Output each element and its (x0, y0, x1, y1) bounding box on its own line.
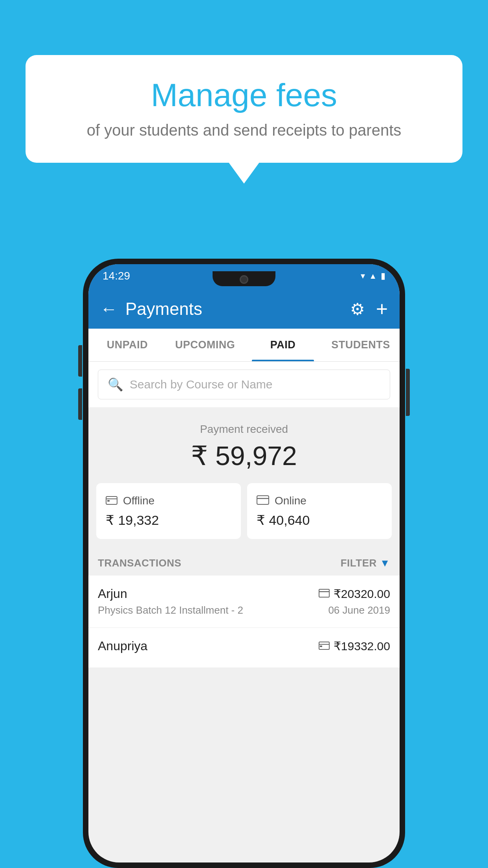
filter-label: FILTER (341, 557, 377, 569)
payment-received-label: Payment received (96, 423, 392, 436)
online-icon (257, 494, 269, 508)
online-card-header: Online (257, 494, 382, 508)
transaction-date-1: 06 June 2019 (328, 604, 390, 616)
offline-icon (106, 494, 117, 508)
wifi-icon: ▾ (361, 271, 365, 281)
transaction-name-1: Arjun (98, 587, 127, 601)
phone-power-button (406, 369, 410, 416)
speech-bubble-container: Manage fees of your students and send re… (26, 55, 462, 184)
signal-icon: ▲ (369, 272, 377, 281)
online-card: Online ₹ 40,640 (247, 483, 392, 539)
transaction-cash-icon-2 (319, 640, 330, 653)
phone-volume-down-button (78, 388, 82, 420)
search-box[interactable]: 🔍 Search by Course or Name (98, 370, 390, 399)
header-right: ⚙ + (350, 297, 388, 321)
transactions-label: TRANSACTIONS (98, 557, 182, 569)
offline-card: Offline ₹ 19,332 (96, 483, 241, 539)
status-time: 14:29 (103, 270, 130, 282)
online-amount: ₹ 40,640 (257, 512, 382, 528)
speech-bubble-subtitle: of your students and send receipts to pa… (49, 121, 439, 139)
back-button[interactable]: ← (100, 299, 117, 319)
transactions-header: TRANSACTIONS FILTER ▼ (88, 551, 400, 576)
transaction-top-1: Arjun ₹20320.00 (98, 587, 390, 601)
transaction-course-1: Physics Batch 12 Installment - 2 (98, 604, 243, 616)
speech-bubble-arrow (228, 162, 260, 184)
svg-rect-2 (257, 496, 269, 504)
tab-students[interactable]: STUDENTS (322, 329, 400, 361)
transaction-amount-1: ₹20320.00 (334, 587, 390, 601)
transaction-card-icon-1 (319, 588, 330, 600)
online-label: Online (275, 495, 306, 507)
speech-bubble: Manage fees of your students and send re… (26, 55, 462, 163)
phone-camera (240, 275, 248, 284)
phone-container: 14:29 ▾ ▲ ▮ ← Payments (83, 259, 405, 868)
header-title: Payments (125, 299, 202, 319)
offline-amount: ₹ 19,332 (106, 512, 231, 528)
tab-unpaid[interactable]: UNPAID (88, 329, 166, 361)
offline-label: Offline (123, 495, 154, 507)
cards-row: Offline ₹ 19,332 Online ₹ 40,640 (88, 483, 400, 551)
transaction-name-2: Anupriya (98, 639, 147, 653)
transaction-amount-row-1: ₹20320.00 (319, 587, 390, 601)
svg-rect-1 (107, 500, 110, 502)
svg-rect-3 (319, 589, 329, 597)
filter-button[interactable]: FILTER ▼ (341, 557, 390, 569)
tabs-container: UNPAID UPCOMING PAID STUDENTS (88, 329, 400, 362)
transaction-top-2: Anupriya ₹19332.00 (98, 639, 390, 653)
phone-notch (213, 271, 275, 286)
tab-paid[interactable]: PAID (244, 329, 322, 361)
transaction-amount-2: ₹19332.00 (334, 639, 390, 653)
add-icon[interactable]: + (376, 297, 388, 321)
search-input[interactable]: Search by Course or Name (130, 378, 273, 391)
transaction-amount-row-2: ₹19332.00 (319, 639, 390, 653)
tab-upcoming[interactable]: UPCOMING (166, 329, 244, 361)
transaction-row-2[interactable]: Anupriya ₹19332.00 (88, 628, 400, 668)
phone-screen: 14:29 ▾ ▲ ▮ ← Payments (88, 264, 400, 862)
speech-bubble-title: Manage fees (49, 77, 439, 114)
status-icons: ▾ ▲ ▮ (361, 271, 385, 281)
app-header: ← Payments ⚙ + (88, 289, 400, 329)
filter-icon: ▼ (380, 557, 390, 569)
payment-received-amount: ₹ 59,972 (96, 440, 392, 471)
payment-received-section: Payment received ₹ 59,972 (88, 407, 400, 483)
transaction-row[interactable]: Arjun ₹20320.00 Physics Batch 12 Install… (88, 576, 400, 628)
battery-icon: ▮ (381, 271, 385, 281)
header-left: ← Payments (100, 299, 202, 319)
svg-rect-5 (320, 645, 322, 647)
phone-volume-up-button (78, 345, 82, 377)
offline-card-header: Offline (106, 494, 231, 508)
settings-icon[interactable]: ⚙ (350, 300, 365, 319)
search-container: 🔍 Search by Course or Name (88, 362, 400, 407)
transaction-bottom-1: Physics Batch 12 Installment - 2 06 June… (98, 604, 390, 616)
search-icon: 🔍 (108, 377, 123, 392)
